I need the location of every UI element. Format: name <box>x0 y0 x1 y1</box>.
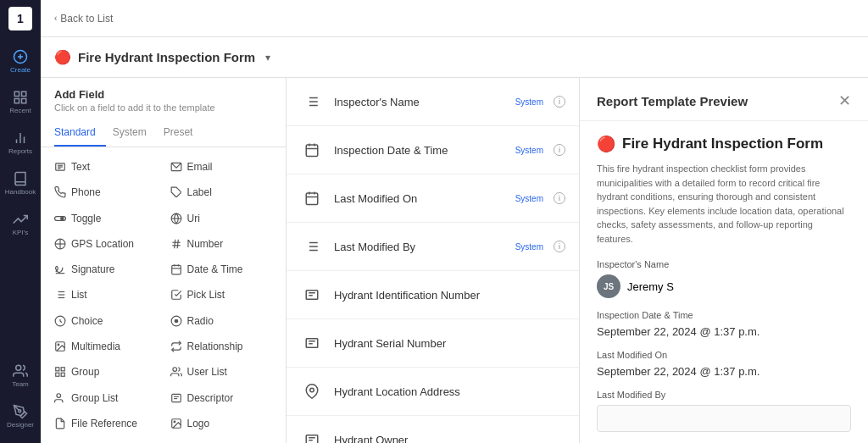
inspection-date-info-icon[interactable]: i <box>554 144 565 156</box>
field-type-email[interactable]: Email <box>164 154 280 180</box>
svg-rect-5 <box>14 98 19 102</box>
form-field-hydrant-owner[interactable]: Hydrant Owner <box>287 416 579 443</box>
preview-form-title: 🔴 Fire Hydrant Inspection Form <box>597 135 851 153</box>
sidebar-item-recent[interactable]: Recent <box>3 83 37 120</box>
svg-rect-83 <box>306 435 318 443</box>
preview-inspector-value: JS Jeremy S <box>597 274 851 298</box>
tab-standard[interactable]: Standard <box>54 119 106 147</box>
form-field-hydrant-location[interactable]: Hydrant Location Address <box>287 368 579 416</box>
svg-rect-62 <box>306 145 318 157</box>
field-type-uri[interactable]: Uri <box>164 206 280 231</box>
field-type-gps-label: GPS Location <box>71 238 134 250</box>
location-pin-icon <box>304 384 320 399</box>
trending-up-icon <box>13 212 28 227</box>
gps-location-icon <box>54 238 66 250</box>
back-chevron-icon: ‹ <box>54 14 57 23</box>
tab-system[interactable]: System <box>113 119 157 147</box>
field-type-logo-label: Logo <box>187 418 210 429</box>
field-type-signature[interactable]: Signature <box>47 257 164 282</box>
svg-point-82 <box>310 388 314 392</box>
center-panel: Inspector's Name System i Inspection Dat… <box>287 78 580 443</box>
form-field-inspection-date[interactable]: Inspection Date & Time System i <box>287 126 579 174</box>
form-field-inspectors-name[interactable]: Inspector's Name System i <box>287 78 579 126</box>
tab-preset[interactable]: Preset <box>164 119 203 147</box>
signature-icon <box>54 263 66 275</box>
field-type-group-label: Group <box>71 366 99 378</box>
preview-panel: Report Template Preview ✕ 🔴 Fire Hydrant… <box>580 78 868 443</box>
field-type-phone[interactable]: Phone <box>47 180 164 205</box>
field-type-toggle[interactable]: Toggle <box>47 206 164 231</box>
form-field-hydrant-serial[interactable]: Hydrant Serial Number <box>287 319 579 368</box>
field-type-datetime-label: Date & Time <box>187 263 243 275</box>
sidebar-item-handbook[interactable]: Handbook <box>3 164 37 202</box>
field-type-list[interactable]: List <box>47 282 164 307</box>
last-modified-on-info-icon[interactable]: i <box>554 192 565 204</box>
sidebar-item-reports[interactable]: Reports <box>3 124 37 161</box>
svg-point-44 <box>58 344 59 346</box>
field-panel: Add Field Click on a field to add it to … <box>41 78 287 443</box>
inspectors-name-label: Inspector's Name <box>334 96 502 108</box>
field-type-datetime[interactable]: Date & Time <box>164 257 280 282</box>
last-modified-by-info-icon[interactable]: i <box>554 241 565 252</box>
form-field-last-modified-on[interactable]: Last Modified On System i <box>287 174 579 223</box>
preview-last-modified-by-input[interactable] <box>597 405 851 432</box>
svg-line-27 <box>174 240 175 249</box>
group-icon <box>54 366 66 378</box>
svg-rect-48 <box>61 373 64 376</box>
form-field-last-modified-by[interactable]: Last Modified By System i <box>287 223 579 271</box>
text-box-icon <box>304 287 320 302</box>
sidebar-item-designer[interactable]: Designer <box>3 397 37 435</box>
field-type-logo[interactable]: Logo <box>164 411 280 436</box>
text-box-icon-3 <box>304 432 320 443</box>
sidebar-item-team-label: Team <box>12 380 29 388</box>
svg-line-28 <box>177 240 178 249</box>
phone-icon <box>54 186 66 198</box>
sidebar-item-team[interactable]: Team <box>3 357 37 394</box>
sidebar-item-kpis[interactable]: KPI's <box>3 205 37 242</box>
svg-rect-6 <box>22 98 26 102</box>
hydrant-owner-icon <box>300 428 324 443</box>
grid-icon <box>13 90 28 105</box>
descriptor-icon <box>170 392 182 404</box>
field-type-signature-label: Signature <box>71 263 114 275</box>
field-type-number[interactable]: Number <box>164 231 280 257</box>
field-type-gps[interactable]: GPS Location <box>47 231 164 257</box>
topbar: ‹ Back to List <box>41 0 868 37</box>
field-type-picklist[interactable]: Pick List <box>164 282 280 307</box>
field-type-descriptor[interactable]: Descriptor <box>164 385 280 410</box>
book-icon <box>13 171 28 186</box>
inspectors-name-info-icon[interactable]: i <box>554 96 565 108</box>
field-type-filereference-label: File Reference <box>71 418 137 429</box>
list-lines-icon <box>304 94 320 109</box>
close-preview-button[interactable]: ✕ <box>838 91 851 110</box>
field-type-text-label: Text <box>71 161 90 173</box>
add-field-title: Add Field <box>54 88 272 101</box>
field-type-text[interactable]: Text <box>47 154 164 180</box>
field-type-relationship[interactable]: Relationship <box>164 334 280 359</box>
preview-last-modified-by-label: Last Modified By <box>597 390 851 400</box>
last-modified-on-label: Last Modified On <box>334 192 502 205</box>
field-type-choice[interactable]: Choice <box>47 308 164 334</box>
globe-icon <box>170 213 182 224</box>
hydrant-id-label: Hydrant Identification Number <box>334 289 565 302</box>
sidebar-item-create[interactable]: Create <box>3 42 37 80</box>
field-type-userlist[interactable]: User List <box>164 359 280 385</box>
form-field-hydrant-id[interactable]: Hydrant Identification Number <box>287 271 579 319</box>
field-type-filereference[interactable]: File Reference <box>47 411 164 436</box>
inspection-date-label: Inspection Date & Time <box>334 144 502 157</box>
app-logo: 1 <box>8 7 32 30</box>
text-box-icon-2 <box>304 335 320 351</box>
back-to-list-link[interactable]: ‹ Back to List <box>54 13 113 25</box>
preview-field-last-modified-on: Last Modified On September 22, 2024 @ 1:… <box>597 350 851 378</box>
calendar-icon-3 <box>304 191 320 206</box>
bar-chart-icon <box>13 130 28 146</box>
userlist-icon <box>170 366 182 378</box>
field-type-radio[interactable]: Radio <box>164 308 280 334</box>
field-type-label[interactable]: Label <box>164 180 280 205</box>
field-type-multimedia[interactable]: Multimedia <box>47 334 164 359</box>
file-reference-icon <box>54 418 66 429</box>
dropdown-arrow-icon[interactable]: ▾ <box>265 52 270 64</box>
svg-rect-46 <box>61 368 64 371</box>
field-type-group[interactable]: Group <box>47 359 164 385</box>
field-type-grouplist[interactable]: Group List <box>47 385 164 410</box>
